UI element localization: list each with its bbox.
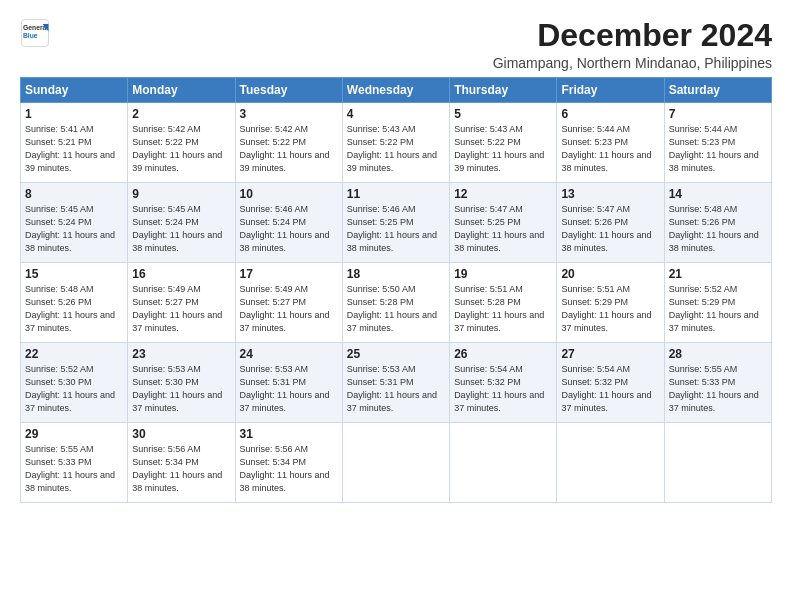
cell-content: Sunrise: 5:47 AMSunset: 5:26 PMDaylight:…: [561, 204, 651, 253]
day-number: 3: [240, 107, 338, 121]
calendar-cell: 9 Sunrise: 5:45 AMSunset: 5:24 PMDayligh…: [128, 183, 235, 263]
day-number: 28: [669, 347, 767, 361]
logo-icon: General Blue: [20, 18, 50, 48]
calendar-cell: 13 Sunrise: 5:47 AMSunset: 5:26 PMDaylig…: [557, 183, 664, 263]
day-number: 4: [347, 107, 445, 121]
calendar-cell: 8 Sunrise: 5:45 AMSunset: 5:24 PMDayligh…: [21, 183, 128, 263]
calendar-cell: 5 Sunrise: 5:43 AMSunset: 5:22 PMDayligh…: [450, 103, 557, 183]
calendar-cell: 16 Sunrise: 5:49 AMSunset: 5:27 PMDaylig…: [128, 263, 235, 343]
cell-content: Sunrise: 5:42 AMSunset: 5:22 PMDaylight:…: [132, 124, 222, 173]
calendar-cell: [450, 423, 557, 503]
calendar-cell: 11 Sunrise: 5:46 AMSunset: 5:25 PMDaylig…: [342, 183, 449, 263]
day-number: 19: [454, 267, 552, 281]
calendar-cell: [557, 423, 664, 503]
title-block: December 2024 Gimampang, Northern Mindan…: [493, 18, 772, 71]
cell-content: Sunrise: 5:56 AMSunset: 5:34 PMDaylight:…: [240, 444, 330, 493]
calendar-cell: 30 Sunrise: 5:56 AMSunset: 5:34 PMDaylig…: [128, 423, 235, 503]
col-monday: Monday: [128, 78, 235, 103]
calendar-cell: 4 Sunrise: 5:43 AMSunset: 5:22 PMDayligh…: [342, 103, 449, 183]
calendar-cell: 1 Sunrise: 5:41 AMSunset: 5:21 PMDayligh…: [21, 103, 128, 183]
day-number: 17: [240, 267, 338, 281]
cell-content: Sunrise: 5:51 AMSunset: 5:28 PMDaylight:…: [454, 284, 544, 333]
day-number: 25: [347, 347, 445, 361]
calendar-cell: 19 Sunrise: 5:51 AMSunset: 5:28 PMDaylig…: [450, 263, 557, 343]
calendar-cell: 6 Sunrise: 5:44 AMSunset: 5:23 PMDayligh…: [557, 103, 664, 183]
cell-content: Sunrise: 5:42 AMSunset: 5:22 PMDaylight:…: [240, 124, 330, 173]
cell-content: Sunrise: 5:56 AMSunset: 5:34 PMDaylight:…: [132, 444, 222, 493]
day-number: 15: [25, 267, 123, 281]
day-number: 21: [669, 267, 767, 281]
cell-content: Sunrise: 5:53 AMSunset: 5:30 PMDaylight:…: [132, 364, 222, 413]
cell-content: Sunrise: 5:55 AMSunset: 5:33 PMDaylight:…: [25, 444, 115, 493]
calendar-cell: 23 Sunrise: 5:53 AMSunset: 5:30 PMDaylig…: [128, 343, 235, 423]
cell-content: Sunrise: 5:46 AMSunset: 5:24 PMDaylight:…: [240, 204, 330, 253]
col-sunday: Sunday: [21, 78, 128, 103]
calendar-cell: 27 Sunrise: 5:54 AMSunset: 5:32 PMDaylig…: [557, 343, 664, 423]
calendar-cell: 18 Sunrise: 5:50 AMSunset: 5:28 PMDaylig…: [342, 263, 449, 343]
cell-content: Sunrise: 5:45 AMSunset: 5:24 PMDaylight:…: [132, 204, 222, 253]
calendar-header-row: Sunday Monday Tuesday Wednesday Thursday…: [21, 78, 772, 103]
calendar-cell: 22 Sunrise: 5:52 AMSunset: 5:30 PMDaylig…: [21, 343, 128, 423]
day-number: 7: [669, 107, 767, 121]
cell-content: Sunrise: 5:43 AMSunset: 5:22 PMDaylight:…: [454, 124, 544, 173]
day-number: 12: [454, 187, 552, 201]
calendar-week-row: 29 Sunrise: 5:55 AMSunset: 5:33 PMDaylig…: [21, 423, 772, 503]
calendar-cell: 26 Sunrise: 5:54 AMSunset: 5:32 PMDaylig…: [450, 343, 557, 423]
cell-content: Sunrise: 5:53 AMSunset: 5:31 PMDaylight:…: [347, 364, 437, 413]
svg-text:Blue: Blue: [23, 32, 38, 39]
cell-content: Sunrise: 5:51 AMSunset: 5:29 PMDaylight:…: [561, 284, 651, 333]
day-number: 23: [132, 347, 230, 361]
calendar-cell: 12 Sunrise: 5:47 AMSunset: 5:25 PMDaylig…: [450, 183, 557, 263]
calendar-cell: 2 Sunrise: 5:42 AMSunset: 5:22 PMDayligh…: [128, 103, 235, 183]
page: General Blue December 2024 Gimampang, No…: [0, 0, 792, 612]
calendar-cell: 20 Sunrise: 5:51 AMSunset: 5:29 PMDaylig…: [557, 263, 664, 343]
calendar-cell: 3 Sunrise: 5:42 AMSunset: 5:22 PMDayligh…: [235, 103, 342, 183]
location: Gimampang, Northern Mindanao, Philippine…: [493, 55, 772, 71]
calendar-cell: 29 Sunrise: 5:55 AMSunset: 5:33 PMDaylig…: [21, 423, 128, 503]
cell-content: Sunrise: 5:45 AMSunset: 5:24 PMDaylight:…: [25, 204, 115, 253]
calendar-cell: 24 Sunrise: 5:53 AMSunset: 5:31 PMDaylig…: [235, 343, 342, 423]
col-wednesday: Wednesday: [342, 78, 449, 103]
cell-content: Sunrise: 5:44 AMSunset: 5:23 PMDaylight:…: [669, 124, 759, 173]
day-number: 18: [347, 267, 445, 281]
day-number: 6: [561, 107, 659, 121]
calendar-week-row: 22 Sunrise: 5:52 AMSunset: 5:30 PMDaylig…: [21, 343, 772, 423]
cell-content: Sunrise: 5:50 AMSunset: 5:28 PMDaylight:…: [347, 284, 437, 333]
cell-content: Sunrise: 5:49 AMSunset: 5:27 PMDaylight:…: [240, 284, 330, 333]
calendar-cell: 14 Sunrise: 5:48 AMSunset: 5:26 PMDaylig…: [664, 183, 771, 263]
calendar-cell: 28 Sunrise: 5:55 AMSunset: 5:33 PMDaylig…: [664, 343, 771, 423]
calendar-week-row: 15 Sunrise: 5:48 AMSunset: 5:26 PMDaylig…: [21, 263, 772, 343]
cell-content: Sunrise: 5:48 AMSunset: 5:26 PMDaylight:…: [25, 284, 115, 333]
calendar-cell: 31 Sunrise: 5:56 AMSunset: 5:34 PMDaylig…: [235, 423, 342, 503]
day-number: 29: [25, 427, 123, 441]
col-tuesday: Tuesday: [235, 78, 342, 103]
day-number: 13: [561, 187, 659, 201]
calendar-cell: 17 Sunrise: 5:49 AMSunset: 5:27 PMDaylig…: [235, 263, 342, 343]
col-saturday: Saturday: [664, 78, 771, 103]
calendar-cell: 21 Sunrise: 5:52 AMSunset: 5:29 PMDaylig…: [664, 263, 771, 343]
day-number: 20: [561, 267, 659, 281]
col-thursday: Thursday: [450, 78, 557, 103]
day-number: 26: [454, 347, 552, 361]
cell-content: Sunrise: 5:41 AMSunset: 5:21 PMDaylight:…: [25, 124, 115, 173]
cell-content: Sunrise: 5:54 AMSunset: 5:32 PMDaylight:…: [454, 364, 544, 413]
cell-content: Sunrise: 5:43 AMSunset: 5:22 PMDaylight:…: [347, 124, 437, 173]
day-number: 16: [132, 267, 230, 281]
day-number: 22: [25, 347, 123, 361]
day-number: 27: [561, 347, 659, 361]
day-number: 11: [347, 187, 445, 201]
day-number: 31: [240, 427, 338, 441]
calendar-week-row: 8 Sunrise: 5:45 AMSunset: 5:24 PMDayligh…: [21, 183, 772, 263]
calendar-cell: [664, 423, 771, 503]
logo: General Blue: [20, 18, 50, 48]
cell-content: Sunrise: 5:49 AMSunset: 5:27 PMDaylight:…: [132, 284, 222, 333]
calendar-week-row: 1 Sunrise: 5:41 AMSunset: 5:21 PMDayligh…: [21, 103, 772, 183]
cell-content: Sunrise: 5:52 AMSunset: 5:30 PMDaylight:…: [25, 364, 115, 413]
day-number: 30: [132, 427, 230, 441]
calendar-table: Sunday Monday Tuesday Wednesday Thursday…: [20, 77, 772, 503]
day-number: 2: [132, 107, 230, 121]
cell-content: Sunrise: 5:52 AMSunset: 5:29 PMDaylight:…: [669, 284, 759, 333]
day-number: 8: [25, 187, 123, 201]
cell-content: Sunrise: 5:48 AMSunset: 5:26 PMDaylight:…: [669, 204, 759, 253]
cell-content: Sunrise: 5:46 AMSunset: 5:25 PMDaylight:…: [347, 204, 437, 253]
